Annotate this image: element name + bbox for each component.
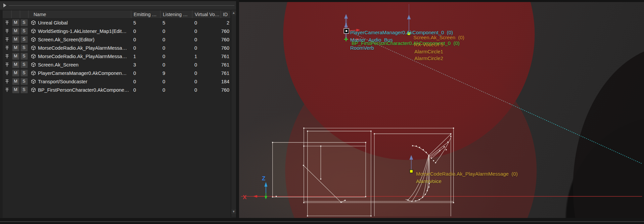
pin-icon[interactable] [3, 37, 11, 42]
row-virtual: 0 [192, 20, 221, 26]
row-name: Screen.Ak_Screen [37, 62, 131, 68]
table-row[interactable]: M S PlayerCameraManager0.AkComponen… 0 9… [3, 69, 230, 77]
mute-button[interactable]: M [12, 86, 19, 93]
row-name: MorseCodeRadio.Ak_PlayAlarmMessa… [37, 45, 131, 51]
game-object-cube-icon [31, 29, 37, 34]
header-icon-column[interactable] [28, 10, 31, 18]
row-emitting: 0 [131, 71, 160, 76]
row-virtual: 0 [192, 37, 221, 42]
solo-button[interactable]: S [20, 44, 28, 51]
row-listening: 0 [160, 87, 192, 93]
panel-divider[interactable] [236, 0, 239, 222]
row-virtual: 0 [192, 87, 221, 93]
mute-button[interactable]: M [12, 44, 19, 51]
header-virtual-voices[interactable]: Virtual Vo… [192, 10, 221, 18]
header-pin-column[interactable] [3, 10, 11, 18]
solo-button[interactable]: S [20, 28, 28, 35]
pin-icon[interactable] [3, 71, 11, 75]
row-listening: 0 [160, 79, 192, 84]
row-id: 760 [221, 45, 230, 51]
game-object-cube-icon [31, 54, 37, 59]
panel-toolbar [0, 1, 236, 10]
expander-triangle-icon[interactable] [3, 3, 6, 7]
table-row[interactable]: M S WorldSettings-1.AkListener_Map1(Edit… [3, 27, 230, 35]
game-object-cube-icon [31, 20, 37, 25]
solo-button[interactable]: S [20, 53, 28, 60]
row-listening: 9 [160, 71, 192, 76]
solo-button[interactable]: S [20, 36, 28, 43]
row-name: Screen.Ak_Screen(Editor) [37, 37, 131, 42]
pin-icon[interactable] [3, 29, 11, 33]
scroll-up-icon[interactable]: ▲ [231, 10, 236, 15]
header-listening[interactable]: Listening … [160, 10, 192, 18]
mute-button[interactable]: M [12, 36, 19, 43]
header-emitting[interactable]: Emitting … [131, 10, 160, 18]
table-row[interactable]: M S BP_FirstPersonCharacter0.AkCompone… … [3, 86, 230, 94]
mute-button[interactable]: M [12, 70, 19, 77]
pin-icon[interactable] [3, 88, 11, 92]
row-id: 761 [221, 54, 230, 59]
row-id: 761 [221, 62, 230, 68]
table-header-row: Name Emitting … Listening … Virtual Vo… … [3, 10, 230, 18]
pin-icon[interactable] [3, 62, 11, 67]
row-id: 760 [221, 29, 230, 34]
game-object-table: Name Emitting … Listening … Virtual Vo… … [3, 10, 230, 217]
row-listening: 5 [160, 20, 192, 26]
pin-icon[interactable] [3, 20, 11, 25]
row-name: BP_FirstPersonCharacter0.AkCompone… [37, 87, 131, 93]
table-row[interactable]: M S MorseCodeRadio.Ak_PlayAlarmMessa… 1 … [3, 52, 230, 60]
game-object-3d-viewport[interactable]: PlayerCameraManager0.AkComponent_0 (0) M… [239, 2, 644, 218]
row-id: 2 [221, 20, 230, 26]
row-name: WorldSettings-1.AkListener_Map1(Edit… [37, 29, 131, 34]
pin-icon[interactable] [3, 54, 11, 58]
row-name: MorseCodeRadio.Ak_PlayAlarmMessa… [37, 54, 131, 59]
row-emitting: 3 [131, 62, 160, 68]
mute-button[interactable]: M [12, 61, 19, 68]
pin-icon[interactable] [3, 79, 11, 84]
row-emitting: 0 [131, 45, 160, 51]
table-row[interactable]: M S Transport/Soundcaster 0 0 0 184 [3, 77, 230, 86]
vertical-scrollbar[interactable]: ▲ ▼ [231, 10, 236, 217]
table-row[interactable]: M S Screen.Ak_Screen(Editor) 0 0 0 760 [3, 35, 230, 44]
dark-sphere [573, 45, 644, 218]
mute-button[interactable]: M [12, 53, 19, 60]
row-virtual: 0 [192, 79, 221, 84]
window-bottom-border [0, 221, 644, 222]
solo-button[interactable]: S [20, 86, 28, 93]
mute-button[interactable]: M [12, 28, 19, 35]
table-row[interactable]: M S Screen.Ak_Screen 3 0 0 761 [3, 60, 230, 69]
row-name: Transport/Soundcaster [37, 79, 131, 84]
emitter-square-icon [410, 170, 413, 173]
solo-button[interactable]: S [20, 19, 28, 26]
header-solo-column[interactable] [20, 10, 28, 18]
x-axis-arrow-icon [253, 195, 257, 198]
mute-button[interactable]: M [12, 78, 19, 85]
solo-button[interactable]: S [20, 70, 28, 77]
header-name[interactable]: Name [31, 10, 131, 18]
window-bottom-strip [0, 218, 644, 224]
row-virtual: 0 [192, 29, 221, 34]
solo-button[interactable]: S [20, 78, 28, 85]
z-axis-arrow-icon [264, 182, 267, 187]
table-row[interactable]: M S MorseCodeRadio.Ak_PlayAlarmMessa… 0 … [3, 44, 230, 52]
table-row[interactable]: M S Unreal Global 5 5 0 2 [3, 18, 230, 27]
row-emitting: 0 [131, 37, 160, 42]
row-emitting: 5 [131, 20, 160, 26]
row-virtual: 1 [192, 54, 221, 59]
row-id: 760 [221, 87, 230, 93]
mute-button[interactable]: M [12, 19, 19, 26]
solo-button[interactable]: S [20, 61, 28, 68]
row-name: Unreal Global [37, 20, 131, 26]
row-id: 184 [221, 79, 230, 84]
row-listening: 0 [160, 45, 192, 51]
header-mute-column[interactable] [11, 10, 20, 18]
row-virtual: 0 [192, 71, 221, 76]
row-emitting: 0 [131, 29, 160, 34]
scroll-down-icon[interactable]: ▼ [231, 209, 236, 214]
row-virtual: 0 [192, 45, 221, 51]
pin-icon[interactable] [3, 46, 11, 50]
toolbar-divider [9, 5, 234, 6]
header-id[interactable]: ID [221, 10, 230, 18]
row-id: 760 [221, 37, 230, 42]
row-listening: 0 [160, 62, 192, 68]
